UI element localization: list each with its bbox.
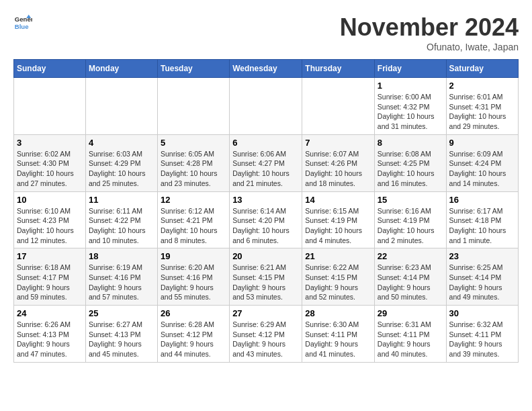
day-info: Sunrise: 6:19 AM Sunset: 4:16 PM Dayligh…	[89, 263, 154, 302]
calendar-cell: 2Sunrise: 6:01 AM Sunset: 4:31 PM Daylig…	[446, 78, 518, 135]
calendar-week-row: 17Sunrise: 6:18 AM Sunset: 4:17 PM Dayli…	[14, 248, 519, 306]
weekday-header: Friday	[374, 60, 446, 78]
calendar-cell	[157, 78, 229, 135]
day-info: Sunrise: 6:22 AM Sunset: 4:15 PM Dayligh…	[305, 263, 371, 302]
calendar-cell: 30Sunrise: 6:32 AM Sunset: 4:11 PM Dayli…	[446, 306, 518, 363]
day-number: 19	[161, 251, 226, 261]
calendar-cell: 20Sunrise: 6:21 AM Sunset: 4:15 PM Dayli…	[230, 248, 302, 306]
calendar-cell	[14, 78, 86, 135]
day-info: Sunrise: 6:26 AM Sunset: 4:13 PM Dayligh…	[17, 320, 83, 359]
day-info: Sunrise: 6:32 AM Sunset: 4:11 PM Dayligh…	[449, 320, 515, 359]
day-info: Sunrise: 6:31 AM Sunset: 4:11 PM Dayligh…	[378, 320, 443, 359]
day-info: Sunrise: 6:09 AM Sunset: 4:24 PM Dayligh…	[449, 149, 515, 189]
calendar-cell: 21Sunrise: 6:22 AM Sunset: 4:15 PM Dayli…	[302, 248, 375, 306]
calendar-cell: 3Sunrise: 6:02 AM Sunset: 4:30 PM Daylig…	[14, 134, 86, 191]
day-info: Sunrise: 6:25 AM Sunset: 4:14 PM Dayligh…	[449, 263, 515, 302]
day-number: 20	[232, 251, 299, 261]
svg-text:Blue: Blue	[15, 23, 29, 30]
day-number: 11	[89, 195, 154, 205]
day-info: Sunrise: 6:18 AM Sunset: 4:17 PM Dayligh…	[17, 263, 83, 302]
day-info: Sunrise: 6:11 AM Sunset: 4:22 PM Dayligh…	[89, 206, 154, 246]
day-number: 1	[378, 81, 443, 91]
calendar-week-row: 10Sunrise: 6:10 AM Sunset: 4:23 PM Dayli…	[14, 191, 519, 248]
day-info: Sunrise: 6:01 AM Sunset: 4:31 PM Dayligh…	[449, 92, 515, 132]
calendar-cell: 7Sunrise: 6:07 AM Sunset: 4:26 PM Daylig…	[302, 134, 375, 191]
day-info: Sunrise: 6:17 AM Sunset: 4:18 PM Dayligh…	[449, 206, 515, 246]
day-number: 27	[232, 308, 299, 318]
day-info: Sunrise: 6:30 AM Sunset: 4:11 PM Dayligh…	[305, 320, 371, 359]
day-number: 29	[378, 308, 443, 318]
day-number: 30	[449, 308, 515, 318]
day-number: 5	[161, 138, 226, 148]
month-title: November 2024	[340, 13, 519, 42]
calendar-cell: 19Sunrise: 6:20 AM Sunset: 4:16 PM Dayli…	[157, 248, 229, 306]
day-number: 15	[378, 195, 443, 205]
day-number: 8	[378, 138, 443, 148]
day-info: Sunrise: 6:20 AM Sunset: 4:16 PM Dayligh…	[161, 263, 226, 302]
calendar-cell	[302, 78, 375, 135]
day-info: Sunrise: 6:15 AM Sunset: 4:19 PM Dayligh…	[305, 206, 371, 246]
day-number: 22	[378, 251, 443, 261]
calendar-cell: 12Sunrise: 6:12 AM Sunset: 4:21 PM Dayli…	[157, 191, 229, 248]
calendar-cell	[230, 78, 302, 135]
day-info: Sunrise: 6:05 AM Sunset: 4:28 PM Dayligh…	[161, 149, 226, 189]
day-info: Sunrise: 6:12 AM Sunset: 4:21 PM Dayligh…	[161, 206, 226, 246]
day-info: Sunrise: 6:00 AM Sunset: 4:32 PM Dayligh…	[378, 92, 443, 132]
day-number: 12	[161, 195, 226, 205]
weekday-header: Thursday	[302, 60, 375, 78]
location: Ofunato, Iwate, Japan	[340, 42, 519, 52]
day-number: 10	[17, 195, 83, 205]
calendar-cell: 24Sunrise: 6:26 AM Sunset: 4:13 PM Dayli…	[14, 306, 86, 363]
calendar-cell: 25Sunrise: 6:27 AM Sunset: 4:13 PM Dayli…	[85, 306, 157, 363]
day-number: 6	[232, 138, 299, 148]
weekday-header: Sunday	[14, 60, 86, 78]
calendar-cell: 16Sunrise: 6:17 AM Sunset: 4:18 PM Dayli…	[446, 191, 518, 248]
day-info: Sunrise: 6:06 AM Sunset: 4:27 PM Dayligh…	[232, 149, 299, 189]
calendar-cell: 11Sunrise: 6:11 AM Sunset: 4:22 PM Dayli…	[85, 191, 157, 248]
day-info: Sunrise: 6:03 AM Sunset: 4:29 PM Dayligh…	[89, 149, 154, 189]
calendar-cell: 28Sunrise: 6:30 AM Sunset: 4:11 PM Dayli…	[302, 306, 375, 363]
calendar-cell: 15Sunrise: 6:16 AM Sunset: 4:19 PM Dayli…	[374, 191, 446, 248]
title-block: November 2024 Ofunato, Iwate, Japan	[340, 13, 519, 52]
day-number: 13	[232, 195, 299, 205]
calendar-cell: 10Sunrise: 6:10 AM Sunset: 4:23 PM Dayli…	[14, 191, 86, 248]
calendar-week-row: 1Sunrise: 6:00 AM Sunset: 4:32 PM Daylig…	[14, 78, 519, 135]
day-number: 24	[17, 308, 83, 318]
day-info: Sunrise: 6:27 AM Sunset: 4:13 PM Dayligh…	[89, 320, 154, 359]
day-number: 18	[89, 251, 154, 261]
day-info: Sunrise: 6:14 AM Sunset: 4:20 PM Dayligh…	[232, 206, 299, 246]
calendar-cell: 18Sunrise: 6:19 AM Sunset: 4:16 PM Dayli…	[85, 248, 157, 306]
day-info: Sunrise: 6:08 AM Sunset: 4:25 PM Dayligh…	[378, 149, 443, 189]
calendar-week-row: 3Sunrise: 6:02 AM Sunset: 4:30 PM Daylig…	[14, 134, 519, 191]
day-info: Sunrise: 6:10 AM Sunset: 4:23 PM Dayligh…	[17, 206, 83, 246]
day-info: Sunrise: 6:29 AM Sunset: 4:12 PM Dayligh…	[232, 320, 299, 359]
day-info: Sunrise: 6:16 AM Sunset: 4:19 PM Dayligh…	[378, 206, 443, 246]
day-number: 21	[305, 251, 371, 261]
calendar-cell: 6Sunrise: 6:06 AM Sunset: 4:27 PM Daylig…	[230, 134, 302, 191]
day-number: 25	[89, 308, 154, 318]
weekday-header: Saturday	[446, 60, 518, 78]
day-number: 7	[305, 138, 371, 148]
calendar-cell: 26Sunrise: 6:28 AM Sunset: 4:12 PM Dayli…	[157, 306, 229, 363]
weekday-header: Tuesday	[157, 60, 229, 78]
day-info: Sunrise: 6:23 AM Sunset: 4:14 PM Dayligh…	[378, 263, 443, 302]
weekday-header: Wednesday	[230, 60, 302, 78]
day-number: 9	[449, 138, 515, 148]
day-number: 14	[305, 195, 371, 205]
calendar-cell: 17Sunrise: 6:18 AM Sunset: 4:17 PM Dayli…	[14, 248, 86, 306]
day-number: 28	[305, 308, 371, 318]
page-header: General Blue November 2024 Ofunato, Iwat…	[13, 13, 519, 52]
calendar-cell: 4Sunrise: 6:03 AM Sunset: 4:29 PM Daylig…	[85, 134, 157, 191]
weekday-header-row: SundayMondayTuesdayWednesdayThursdayFrid…	[14, 60, 519, 78]
calendar-table: SundayMondayTuesdayWednesdayThursdayFrid…	[13, 59, 519, 363]
logo-icon: General Blue	[13, 13, 32, 32]
day-number: 23	[449, 251, 515, 261]
day-info: Sunrise: 6:07 AM Sunset: 4:26 PM Dayligh…	[305, 149, 371, 189]
calendar-cell: 13Sunrise: 6:14 AM Sunset: 4:20 PM Dayli…	[230, 191, 302, 248]
calendar-cell	[85, 78, 157, 135]
day-info: Sunrise: 6:21 AM Sunset: 4:15 PM Dayligh…	[232, 263, 299, 302]
calendar-cell: 8Sunrise: 6:08 AM Sunset: 4:25 PM Daylig…	[374, 134, 446, 191]
day-number: 2	[449, 81, 515, 91]
day-number: 4	[89, 138, 154, 148]
calendar-cell: 5Sunrise: 6:05 AM Sunset: 4:28 PM Daylig…	[157, 134, 229, 191]
